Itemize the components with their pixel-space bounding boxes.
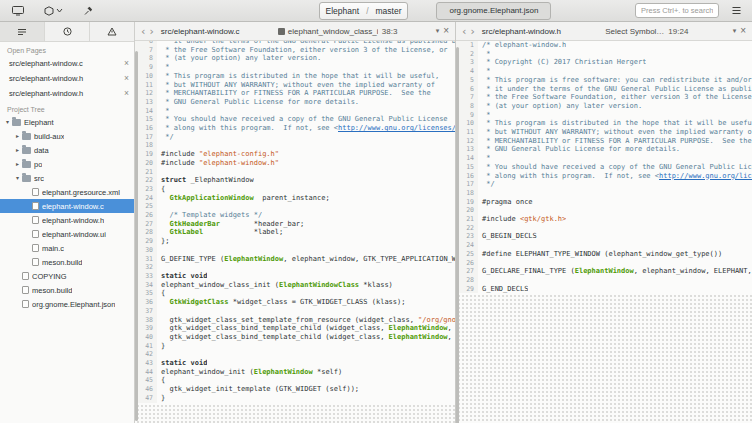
symbol-menu-button[interactable]: Select Symbol… (605, 27, 664, 36)
code-line[interactable]: 34elephant_window_class_init (ElephantWi… (135, 281, 455, 290)
code-line[interactable]: 8 * (at your option) any later version. (135, 54, 455, 63)
code-editor[interactable]: 6 * it under the terms of the GNU Genera… (135, 41, 455, 423)
close-page-icon[interactable]: × (121, 59, 129, 68)
code-line[interactable]: 18 (135, 141, 455, 150)
forward-button[interactable]: › (470, 26, 474, 37)
code-line[interactable]: 27G_DECLARE_FINAL_TYPE (ElephantWindow, … (456, 267, 752, 276)
code-line[interactable]: 39 gtk_widget_class_bind_template_child … (135, 324, 455, 333)
expander-icon[interactable]: ▾ (3, 119, 12, 125)
back-button[interactable]: ‹ (141, 26, 145, 37)
code-line[interactable]: 32 (135, 263, 455, 272)
code-line[interactable]: 26 /* Template widgets */ (135, 211, 455, 220)
tree-item-elephant.gresource.xml[interactable]: elephant.gresource.xml (0, 185, 134, 199)
code-line[interactable]: 30 (135, 246, 455, 255)
open-page-item[interactable]: src/elephant-window.h× (0, 86, 134, 101)
code-line[interactable]: 41} (135, 342, 455, 351)
expander-icon[interactable]: ▸ (13, 161, 22, 167)
code-line[interactable]: 19#pragma once (456, 198, 752, 207)
build-button[interactable] (81, 3, 95, 19)
open-page-item[interactable]: src/elephant-window.h× (0, 71, 134, 86)
code-line[interactable]: 9 * (456, 111, 752, 120)
close-page-icon[interactable]: × (121, 89, 129, 98)
tree-item-org.gnome.Elephant.json[interactable]: org.gnome.Elephant.json (0, 297, 134, 311)
code-line[interactable]: 38 gtk_widget_class_set_template_from_re… (135, 316, 455, 325)
tree-item-elephant-window.ui[interactable]: elephant-window.ui (0, 227, 134, 241)
expander-icon[interactable]: ▾ (13, 175, 22, 181)
code-line[interactable]: 10 * This program is distributed in the … (456, 119, 752, 128)
perspective-button[interactable] (10, 3, 26, 19)
code-line[interactable]: 36 GtkWidgetClass *widget_class = GTK_WI… (135, 298, 455, 307)
expander-icon[interactable]: ▸ (13, 133, 22, 139)
code-line[interactable]: 27 GtkHeaderBar *header_bar; (135, 220, 455, 229)
code-line[interactable]: 14 * (135, 107, 455, 116)
code-line[interactable]: 25#define ELEPHANT_TYPE_WINDOW (elephant… (456, 250, 752, 259)
code-line[interactable]: 23G_BEGIN_DECLS (456, 232, 752, 241)
code-line[interactable]: 5 * This program is free software: you c… (456, 76, 752, 85)
code-line[interactable]: 4 * (456, 67, 752, 76)
code-line[interactable]: 22 (456, 224, 752, 233)
code-line[interactable]: 42 (135, 350, 455, 359)
code-editor[interactable]: 1/* elephant-window.h2 *3 * Copyright (C… (456, 41, 752, 423)
code-line[interactable]: 11 * but WITHOUT ANY WARRANTY; without e… (135, 81, 455, 90)
forward-button[interactable]: › (149, 26, 153, 37)
code-line[interactable]: 47} (135, 394, 455, 403)
code-line[interactable]: 9 * (135, 63, 455, 72)
code-line[interactable]: 35{ (135, 289, 455, 298)
code-line[interactable]: 1/* elephant-window.h (456, 41, 752, 50)
code-line[interactable]: 21 (135, 168, 455, 177)
code-line[interactable]: 20 (456, 206, 752, 215)
tree-item-src[interactable]: ▾src (0, 171, 134, 185)
code-line[interactable]: 22struct _ElephantWindow (135, 176, 455, 185)
code-line[interactable]: 12 * MERCHANTABILITY or FITNESS FOR A PA… (456, 137, 752, 146)
code-line[interactable]: 25 (135, 202, 455, 211)
editor-scrollbar[interactable] (456, 47, 459, 423)
tree-item-meson.build[interactable]: meson.build (0, 255, 134, 269)
code-line[interactable]: 10 * This program is distributed in the … (135, 72, 455, 81)
editor-scrollbar[interactable] (135, 51, 138, 421)
code-line[interactable]: 8 * (at your option) any later version. (456, 102, 752, 111)
symbol-menu-button[interactable]: elephant_window_class_i… (278, 27, 378, 36)
sidebar-tab-history[interactable] (45, 22, 90, 41)
search-input[interactable] (635, 3, 719, 18)
code-line[interactable]: 26 (456, 259, 752, 268)
code-line[interactable]: 33static void (135, 272, 455, 281)
code-line[interactable]: 17 */ (135, 133, 455, 142)
code-line[interactable]: 3 * Copyright (C) 2017 Christian Hergert (456, 58, 752, 67)
code-line[interactable]: 13 * GNU General Public License for more… (135, 98, 455, 107)
code-line[interactable]: 46 gtk_widget_init_template (GTK_WIDGET … (135, 385, 455, 394)
close-page-icon[interactable]: × (121, 74, 129, 83)
code-line[interactable]: 21#include <gtk/gtk.h> (456, 215, 752, 224)
code-line[interactable]: 44elephant_window_init (ElephantWindow *… (135, 368, 455, 377)
back-button[interactable]: ‹ (462, 26, 466, 37)
code-line[interactable]: 29G_END_DECLS (456, 285, 752, 294)
tree-item-main.c[interactable]: main.c (0, 241, 134, 255)
branch-button[interactable]: master (370, 3, 408, 19)
code-line[interactable]: 43static void (135, 359, 455, 368)
tree-item-Elephant[interactable]: ▾Elephant (0, 115, 134, 129)
tree-item-meson.build[interactable]: meson.build (0, 283, 134, 297)
code-line[interactable]: 16 * along with this program. If not, se… (456, 172, 752, 181)
code-line[interactable]: 28 (456, 276, 752, 285)
code-line[interactable]: 11 * but WITHOUT ANY WARRANTY; without e… (456, 128, 752, 137)
code-line[interactable]: 23{ (135, 185, 455, 194)
menu-button[interactable] (729, 3, 744, 19)
device-selector-button[interactable] (42, 3, 65, 19)
tree-item-data[interactable]: ▸data (0, 143, 134, 157)
tree-item-COPYING[interactable]: COPYING (0, 269, 134, 283)
code-line[interactable]: 7 * the Free Software Foundation, either… (135, 46, 455, 55)
close-view-button[interactable]: × (740, 26, 746, 36)
code-line[interactable]: 7 * the Free Software Foundation, either… (456, 93, 752, 102)
code-line[interactable]: 2 * (456, 50, 752, 59)
code-line[interactable]: 16 * along with this program. If not, se… (135, 124, 455, 133)
close-view-button[interactable]: × (443, 26, 449, 36)
code-line[interactable]: 19#include "elephant-config.h" (135, 150, 455, 159)
open-page-item[interactable]: src/elephant-window.c× (0, 56, 134, 71)
code-line[interactable]: 17 */ (456, 180, 752, 189)
tree-item-elephant-window.c[interactable]: elephant-window.c (0, 199, 134, 213)
sidebar-tab-pages[interactable] (0, 22, 45, 41)
code-line[interactable]: 13 * GNU General Public License for more… (456, 145, 752, 154)
project-button[interactable]: Elephant (320, 3, 366, 19)
build-config-button[interactable]: org.gnome.Elephant.json (436, 2, 551, 20)
code-line[interactable]: 28 GtkLabel *label; (135, 228, 455, 237)
code-line[interactable]: 15 * You should have received a copy of … (135, 115, 455, 124)
